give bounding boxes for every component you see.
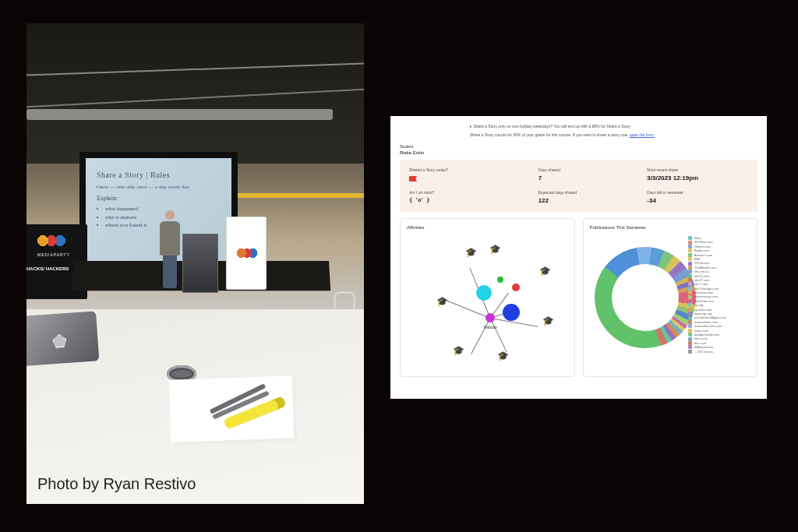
podium — [182, 234, 218, 293]
legend-swatch — [688, 278, 692, 282]
slide-explain-label: Explain: — [97, 195, 221, 202]
legend-swatch — [688, 262, 692, 266]
person-icon: 🎓 — [489, 244, 501, 255]
stat-value: -34 — [647, 197, 748, 204]
node-blue — [503, 304, 520, 321]
legend-swatch — [688, 274, 692, 278]
stat-days-left: Days left in semester -34 — [647, 190, 748, 204]
node-cyan — [476, 285, 492, 301]
legend-swatch — [688, 324, 692, 328]
donut-chart: https1975live.comDelves.comBaidu.comAmaz… — [590, 233, 751, 370]
edge — [471, 318, 491, 354]
slide-title: Share a Story | Rules — [97, 171, 221, 179]
legend-swatch — [688, 333, 692, 336]
person-icon: 🎓 — [465, 247, 477, 258]
legend-text: …259 entries — [694, 350, 713, 354]
donut-legend: https1975live.comDelves.comBaidu.comAmaz… — [688, 236, 749, 368]
mediaparty-label: MEDIAPARTY — [26, 252, 87, 257]
legend-swatch — [688, 270, 692, 273]
card-title: Publications This Semester — [590, 225, 751, 230]
node-green — [497, 277, 503, 283]
conference-photo: Share a Story | Rules Once — and only on… — [26, 23, 364, 504]
stat-label: Days shared — [538, 167, 640, 172]
standing-banner — [226, 217, 267, 290]
stat-label: Shared a Story today? — [409, 167, 531, 172]
flag-icon — [409, 176, 417, 181]
legend-swatch — [688, 245, 692, 248]
hacks-hackers-label: HACKS/ HACKERS — [26, 266, 69, 271]
stat-days-shared: Days shared 7 — [538, 167, 640, 182]
legend-swatch — [688, 308, 692, 312]
laptop — [26, 310, 116, 383]
stat-value: { 'o' } — [409, 197, 531, 203]
intro: ▸ Share a Story only on non-holiday week… — [470, 124, 757, 129]
legend-swatch — [688, 257, 692, 261]
stat-value: 3/3/2023 12:19pm — [647, 174, 748, 181]
card-title: Affinities — [407, 225, 568, 230]
mezzanine-rail — [237, 193, 364, 198]
legend-swatch — [688, 341, 692, 345]
dashboard-screenshot: ▸ Share a Story only on non-holiday week… — [390, 116, 767, 399]
legend-swatch — [688, 299, 692, 303]
legend-swatch — [688, 241, 692, 245]
legend-swatch — [688, 295, 692, 299]
legend-swatch — [688, 248, 692, 252]
presenter — [159, 210, 181, 294]
stat-label: Days left in semester — [647, 190, 748, 195]
open-form-link[interactable]: open the form. — [630, 132, 655, 137]
charts-row: Affinities 🎓 🎓 🎓 🎓 🎓 🎓 🎓 — [400, 218, 757, 377]
stat-value: 122 — [538, 197, 640, 204]
legend-swatch — [688, 253, 692, 257]
legend-swatch — [688, 312, 692, 315]
stat-label: Expected days shared — [538, 190, 640, 195]
stats-card: Shared a Story today? Days shared 7 Most… — [400, 160, 757, 212]
legend-swatch — [688, 236, 692, 240]
legend-swatch — [688, 350, 692, 354]
node-red — [512, 284, 520, 291]
stat-expected-days: Expected days shared 122 — [538, 190, 640, 204]
person-icon: 🎓 — [497, 351, 509, 361]
ceiling — [26, 23, 364, 164]
affinities-network: 🎓 🎓 🎓 🎓 🎓 🎓 🎓 Rabbits — [407, 233, 568, 370]
legend-swatch — [688, 320, 692, 324]
legend-swatch — [688, 345, 692, 349]
legend-swatch — [688, 303, 692, 307]
person-icon: 🎓 — [436, 296, 448, 307]
legend-swatch — [688, 287, 692, 291]
stat-recent-share: Most recent share 3/3/2023 12:19pm — [647, 167, 748, 182]
duct — [26, 109, 333, 120]
person-icon: 🎓 — [542, 315, 554, 326]
legend-swatch — [688, 291, 692, 294]
legend-swatch — [688, 337, 692, 341]
affinities-card: Affinities 🎓 🎓 🎓 🎓 🎓 🎓 🎓 — [400, 218, 575, 377]
edge — [490, 318, 507, 352]
intro-line: Share a Story counts for 30% of your gra… — [470, 132, 757, 138]
legend-swatch — [688, 329, 692, 333]
student-label: Student — [400, 144, 757, 149]
publications-card: Publications This Semester https1975live… — [583, 218, 758, 377]
photo-credit: Photo by Ryan Restivo — [37, 475, 196, 493]
stat-label: Most recent share — [647, 167, 748, 172]
node-label: Rabbits — [484, 325, 497, 329]
stat-on-track: Am I on track? { 'o' } — [409, 190, 531, 204]
legend-swatch — [688, 266, 692, 270]
stat-label: Am I on track? — [409, 190, 531, 195]
stat-shared-today: Shared a Story today? — [409, 167, 531, 182]
person-icon: 🎓 — [539, 266, 551, 277]
intro-bullet: Share a Story only on non-holiday weekda… — [473, 124, 630, 129]
legend-swatch — [688, 316, 692, 320]
stat-value: 7 — [538, 174, 640, 181]
slide-subtitle: Once — and only once — a day every day — [97, 184, 221, 190]
student-name: Blake Eskin — [400, 150, 757, 155]
legend-swatch — [688, 282, 692, 286]
legend-row: …259 entries — [688, 350, 749, 354]
person-icon: 🎓 — [453, 345, 464, 356]
node-magenta — [486, 313, 495, 322]
